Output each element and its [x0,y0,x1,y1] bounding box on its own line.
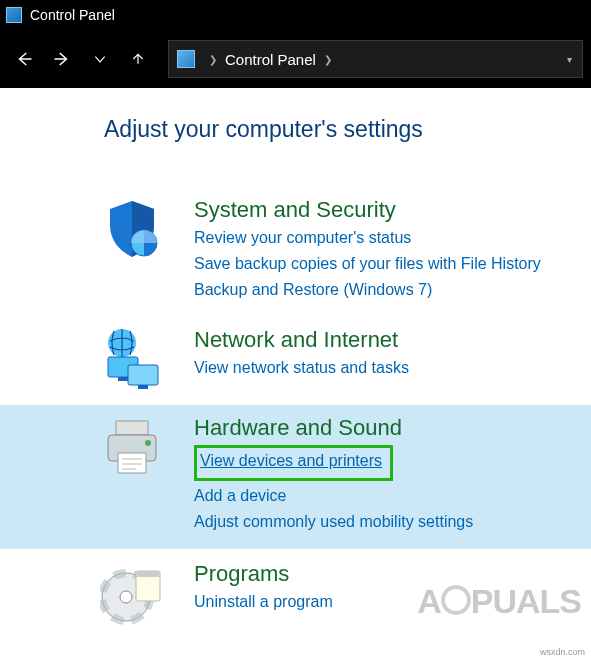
page-title: Adjust your computer's settings [104,116,591,143]
link-network-status[interactable]: View network status and tasks [194,355,409,381]
chevron-right-icon[interactable]: ❯ [209,54,217,65]
svg-rect-5 [138,385,148,389]
category-title[interactable]: System and Security [194,197,541,223]
category-title[interactable]: Network and Internet [194,327,409,353]
highlight-annotation: View devices and printers [194,445,393,481]
network-icon [100,327,164,391]
address-bar[interactable]: ❯ Control Panel ❯ ▾ [168,40,583,78]
shield-icon [100,197,164,261]
category-hardware-sound: Hardware and Sound View devices and prin… [0,405,591,549]
svg-rect-8 [118,453,146,473]
link-backup-restore[interactable]: Backup and Restore (Windows 7) [194,277,541,303]
chevron-right-icon[interactable]: ❯ [324,54,332,65]
link-file-history[interactable]: Save backup copies of your files with Fi… [194,251,541,277]
category-title[interactable]: Hardware and Sound [194,415,473,441]
watermark: APUALS [417,582,581,621]
category-list: System and Security Review your computer… [0,187,591,639]
printer-icon [100,415,164,479]
window-title-bar: Control Panel [0,0,591,30]
up-button[interactable] [122,43,154,75]
recent-locations-button[interactable] [84,43,116,75]
forward-button[interactable] [46,43,78,75]
breadcrumb-control-panel[interactable]: Control Panel [225,51,316,68]
address-dropdown-icon[interactable]: ▾ [567,54,572,65]
back-button[interactable] [8,43,40,75]
svg-point-15 [120,591,132,603]
watermark-circle-icon [441,585,471,615]
svg-rect-4 [118,377,128,381]
programs-disc-icon [100,561,164,625]
link-uninstall-program[interactable]: Uninstall a program [194,589,333,615]
control-panel-title-icon [6,7,22,23]
link-review-status[interactable]: Review your computer's status [194,225,541,251]
svg-rect-6 [116,421,148,435]
category-network-internet: Network and Internet View network status… [0,317,591,405]
control-panel-address-icon [177,50,195,68]
link-view-devices-printers[interactable]: View devices and printers [200,448,382,474]
svg-rect-17 [136,571,160,577]
link-add-device[interactable]: Add a device [194,483,473,509]
content-area: Adjust your computer's settings System a… [0,88,591,639]
attribution-text: wsxdn.com [540,647,585,657]
svg-point-9 [145,440,151,446]
link-mobility-settings[interactable]: Adjust commonly used mobility settings [194,509,473,535]
svg-rect-3 [128,365,158,385]
window-title: Control Panel [30,7,115,23]
nav-bar: ❯ Control Panel ❯ ▾ [0,30,591,88]
category-title[interactable]: Programs [194,561,333,587]
category-system-security: System and Security Review your computer… [0,187,591,317]
